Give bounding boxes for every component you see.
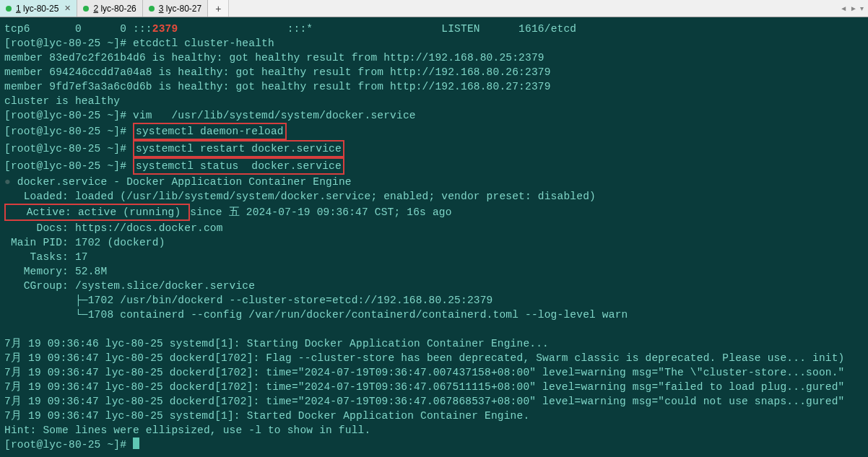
tab-num: 3: [159, 4, 164, 14]
terminal-line: Main PID: 1702 (dockerd): [4, 235, 864, 250]
terminal-line: CGroup: /system.slice/docker.service: [4, 279, 864, 293]
terminal-line: ● docker.service - Docker Application Co…: [4, 175, 864, 189]
menu-icon[interactable]: ▾: [860, 4, 864, 12]
status-dot-icon: [149, 6, 155, 12]
terminal-line: Active: active (running) since 五 2024-07…: [4, 204, 864, 221]
tab-bar: 1 lyc-80-25 ✕ 2 lyc-80-26 3 lyc-80-27 + …: [0, 0, 868, 17]
terminal-line: member 83ed7c2f261b4d6 is healthy: got h…: [4, 51, 864, 65]
scroll-left-icon[interactable]: ◄: [840, 4, 847, 12]
terminal-line: member 694246ccdd7a04a8 is healthy: got …: [4, 65, 864, 79]
tab-label: lyc-80-27: [166, 4, 201, 14]
terminal-area[interactable]: tcp6 0 0 :::2379 :::* LISTEN 1616/etcd […: [0, 17, 868, 456]
status-dot-icon: [6, 6, 12, 12]
terminal-line: 7月 19 09:36:47 lyc-80-25 dockerd[1702]: …: [4, 365, 864, 380]
tab-2[interactable]: 2 lyc-80-26: [77, 0, 142, 17]
new-tab-button[interactable]: +: [208, 0, 229, 17]
terminal-line: 7月 19 09:36:47 lyc-80-25 dockerd[1702]: …: [4, 351, 864, 365]
terminal-line: Hint: Some lines were ellipsized, use -l…: [4, 423, 864, 438]
terminal-line: [root@lyc-80-25 ~]# systemctl daemon-rel…: [4, 123, 864, 140]
tab-1[interactable]: 1 lyc-80-25 ✕: [0, 0, 77, 17]
scroll-right-icon[interactable]: ►: [850, 4, 857, 12]
terminal-line: [root@lyc-80-25 ~]# etcdctl cluster-heal…: [4, 36, 864, 51]
terminal-line: Tasks: 17: [4, 250, 864, 264]
tab-label: lyc-80-25: [23, 4, 58, 14]
tab-num: 2: [93, 4, 98, 14]
tab-num: 1: [16, 4, 21, 14]
highlighted-status: Active: active (running): [4, 204, 190, 221]
status-dot-icon: [83, 6, 89, 12]
terminal-line: ├─1702 /usr/bin/dockerd --cluster-store=…: [4, 293, 864, 308]
terminal-line: Loaded: loaded (/usr/lib/systemd/system/…: [4, 189, 864, 204]
highlighted-command: systemctl daemon-reload: [133, 123, 287, 140]
tab-3[interactable]: 3 lyc-80-27: [143, 0, 208, 17]
highlighted-command: systemctl restart docker.service: [133, 140, 344, 157]
terminal-line: Memory: 52.8M: [4, 264, 864, 279]
terminal-line: 7月 19 09:36:47 lyc-80-25 dockerd[1702]: …: [4, 394, 864, 409]
terminal-line: [4, 322, 864, 336]
terminal-line: tcp6 0 0 :::2379 :::* LISTEN 1616/etcd: [4, 22, 864, 36]
tab-bar-controls: ◄ ► ▾: [840, 4, 868, 12]
tab-label: lyc-80-26: [100, 4, 136, 14]
close-icon[interactable]: ✕: [64, 4, 71, 13]
terminal-line: [root@lyc-80-25 ~]# systemctl restart do…: [4, 140, 864, 157]
terminal-line: member 9fd7ef3a3a6c0d6b is healthy: got …: [4, 79, 864, 94]
highlighted-command: systemctl status docker.service: [133, 157, 344, 175]
terminal-line: 7月 19 09:36:46 lyc-80-25 systemd[1]: Sta…: [4, 336, 864, 351]
cursor: [133, 438, 139, 449]
terminal-line: 7月 19 09:36:47 lyc-80-25 dockerd[1702]: …: [4, 380, 864, 394]
terminal-line: cluster is healthy: [4, 94, 864, 108]
terminal-line: [root@lyc-80-25 ~]# systemctl status doc…: [4, 157, 864, 175]
terminal-line: [root@lyc-80-25 ~]#: [4, 438, 864, 452]
terminal-line: [root@lyc-80-25 ~]# vim /usr/lib/systemd…: [4, 108, 864, 123]
terminal-line: 7月 19 09:36:47 lyc-80-25 systemd[1]: Sta…: [4, 409, 864, 423]
terminal-line: └─1708 containerd --config /var/run/dock…: [4, 308, 864, 322]
terminal-line: Docs: https://docs.docker.com: [4, 221, 864, 235]
